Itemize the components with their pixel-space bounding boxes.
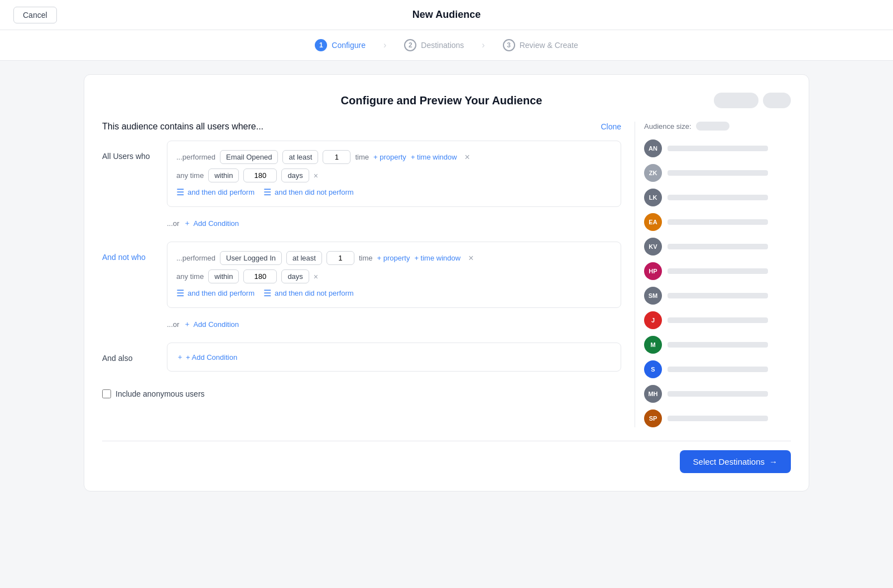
select-destinations-button[interactable]: Select Destinations → — [680, 450, 791, 473]
property-btn-2[interactable]: + property — [377, 254, 410, 262]
avatar: HP — [644, 262, 662, 280]
user-item: SP — [644, 409, 791, 427]
and-then-did-not-btn-1[interactable]: ☰ and then did not perform — [263, 187, 354, 197]
group-1-conditions: ...performed Email Opened at least time … — [167, 141, 621, 233]
performed-label-1: ...performed — [176, 153, 215, 161]
group-all-users: All Users who ...performed Email Opened … — [102, 141, 621, 233]
arrow-right-icon: → — [769, 457, 777, 466]
clear-time-btn-1[interactable]: × — [314, 171, 318, 180]
add-condition-btn-3[interactable]: ＋ + Add Condition — [176, 352, 237, 362]
and-then-did-not-btn-2[interactable]: ☰ and then did not perform — [263, 288, 354, 298]
count-input-1[interactable] — [323, 150, 351, 164]
time-window-btn-1[interactable]: + time window — [411, 153, 457, 161]
qualifier-pill-2[interactable]: at least — [286, 251, 322, 265]
and-then-did-btn-2[interactable]: ☰ and then did perform — [176, 288, 255, 298]
user-item: ZK — [644, 164, 791, 182]
preview-btn-group — [714, 93, 791, 108]
condition-block-2: ...performed User Logged In at least tim… — [167, 242, 621, 308]
audience-size-label: Audience size: — [644, 122, 791, 131]
condition-row-1: ...performed Email Opened at least time … — [176, 150, 612, 164]
days-input-1[interactable] — [243, 168, 277, 182]
group-2-label: And not who — [102, 253, 146, 262]
filter-icon-1: ☰ — [176, 187, 184, 197]
clone-button[interactable]: Clone — [601, 122, 621, 131]
or-text-1: ...or — [167, 219, 179, 228]
step-configure[interactable]: 1 Configure — [315, 39, 366, 51]
group-1-label: All Users who — [102, 152, 150, 161]
and-then-did-label-1: and then did perform — [188, 188, 255, 196]
user-bar — [668, 293, 768, 298]
step-3-label: Review & Create — [520, 41, 578, 50]
qualifier-pill-1[interactable]: at least — [282, 150, 318, 164]
remove-btn-2[interactable]: × — [465, 252, 477, 264]
group-label-col-1: All Users who — [102, 141, 158, 161]
avatar: SM — [644, 287, 662, 305]
select-destinations-label: Select Destinations — [693, 457, 765, 466]
add-condition-btn-1[interactable]: ＋ Add Condition — [184, 218, 239, 228]
event-pill-2[interactable]: User Logged In — [220, 251, 282, 265]
step-review[interactable]: 3 Review & Create — [503, 39, 578, 51]
user-item: J — [644, 311, 791, 329]
user-item: HP — [644, 262, 791, 280]
remove-btn-1[interactable]: × — [462, 151, 473, 163]
within-pill-2[interactable]: within — [208, 269, 239, 283]
audience-size-pill — [696, 122, 729, 131]
anon-checkbox[interactable] — [102, 389, 111, 398]
user-item: S — [644, 360, 791, 378]
or-row-2: ...or ＋ Add Condition — [167, 315, 621, 334]
right-col: Audience size: ANZKLKEAKVHPSMJMSMHSP — [635, 122, 791, 427]
anon-row: Include anonymous users — [102, 389, 621, 398]
step-separator-2: › — [482, 40, 484, 50]
step-1-number: 1 — [315, 39, 327, 51]
group-label-col-3: And also — [102, 343, 158, 363]
preview-pill-2 — [763, 93, 791, 108]
user-item: MH — [644, 385, 791, 403]
user-bar — [668, 391, 768, 397]
step-2-label: Destinations — [421, 41, 464, 50]
avatar: J — [644, 311, 662, 329]
condition-block-3: ＋ + Add Condition — [167, 343, 621, 372]
anon-label: Include anonymous users — [116, 389, 205, 398]
step-2-number: 2 — [404, 39, 416, 51]
group-and-also: And also ＋ + Add Condition — [102, 343, 621, 376]
user-bar — [668, 342, 768, 348]
and-then-did-not-label-2: and then did not perform — [275, 289, 354, 297]
plus-icon-3: ＋ — [176, 352, 184, 362]
plus-icon-1: ＋ — [184, 218, 191, 228]
any-time-label-1: any time — [176, 171, 204, 180]
days-pill-1[interactable]: days — [281, 168, 309, 182]
stepper: 1 Configure › 2 Destinations › 3 Review … — [0, 30, 893, 61]
days-pill-2[interactable]: days — [281, 269, 309, 283]
user-bar — [668, 416, 768, 421]
group-2-conditions: ...performed User Logged In at least tim… — [167, 242, 621, 334]
card-header: Configure and Preview Your Audience — [102, 93, 791, 108]
add-condition-btn-2[interactable]: ＋ Add Condition — [184, 319, 239, 329]
user-item: KV — [644, 238, 791, 256]
card-footer: Select Destinations → — [102, 441, 791, 473]
event-pill-1[interactable]: Email Opened — [220, 150, 278, 164]
times-label-1: time — [355, 153, 369, 161]
user-item: SM — [644, 287, 791, 305]
time-window-btn-2[interactable]: + time window — [414, 254, 460, 262]
days-input-2[interactable] — [243, 269, 277, 283]
step-destinations[interactable]: 2 Destinations — [404, 39, 464, 51]
cancel-button[interactable]: Cancel — [13, 7, 57, 23]
avatar: LK — [644, 189, 662, 206]
group-label-col-2: And not who — [102, 242, 158, 262]
user-bar — [668, 244, 768, 249]
step-3-number: 3 — [503, 39, 515, 51]
avatar: KV — [644, 238, 662, 256]
condition-block-1: ...performed Email Opened at least time … — [167, 141, 621, 207]
clear-time-btn-2[interactable]: × — [314, 272, 318, 281]
within-pill-1[interactable]: within — [208, 168, 239, 182]
property-btn-1[interactable]: + property — [373, 153, 406, 161]
add-condition-label-1: Add Condition — [193, 219, 239, 228]
avatar: EA — [644, 213, 662, 231]
and-then-did-btn-1[interactable]: ☰ and then did perform — [176, 187, 255, 197]
avatar: ZK — [644, 164, 662, 182]
or-text-2: ...or — [167, 320, 179, 329]
count-input-2[interactable] — [327, 251, 354, 265]
user-item: M — [644, 336, 791, 354]
user-item: EA — [644, 213, 791, 231]
user-list: ANZKLKEAKVHPSMJMSMHSP — [644, 139, 791, 427]
